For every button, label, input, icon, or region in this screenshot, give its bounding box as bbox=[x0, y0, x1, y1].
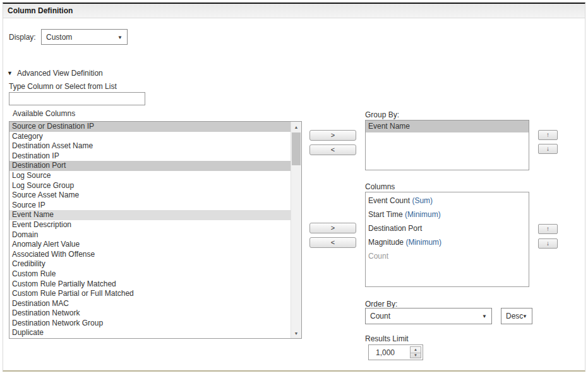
results-limit-label: Results Limit bbox=[365, 334, 409, 343]
order-by-select[interactable]: Count ▼ bbox=[365, 308, 492, 324]
available-column-option[interactable]: Anomaly Alert Value bbox=[9, 240, 291, 250]
available-columns-list[interactable]: ▲ ▼ Source or Destination IPCategoryDest… bbox=[9, 121, 302, 339]
available-column-option[interactable]: Custom Rule bbox=[9, 269, 291, 279]
scroll-down-icon[interactable]: ▼ bbox=[291, 328, 301, 338]
available-column-option[interactable]: Domain bbox=[9, 230, 291, 240]
column-option[interactable]: Magnitude (Minimum) bbox=[366, 234, 529, 248]
scrollbar[interactable]: ▲ ▼ bbox=[291, 122, 301, 338]
available-column-option[interactable]: Source IP bbox=[9, 201, 291, 211]
group-by-list[interactable]: Event Name bbox=[365, 120, 529, 170]
dropdown-arrow-icon: ▼ bbox=[482, 314, 487, 319]
group-by-move-up-button[interactable]: ↑ bbox=[538, 130, 558, 140]
panel-title: Column Definition bbox=[3, 4, 585, 18]
columns-list[interactable]: Event Count (Sum) Start Time (Minimum) D… bbox=[365, 192, 529, 287]
available-column-option[interactable]: Event Name bbox=[9, 210, 291, 220]
available-column-option[interactable]: Destination Network bbox=[9, 308, 291, 319]
add-to-group-by-button[interactable]: > bbox=[309, 130, 356, 141]
scroll-up-icon[interactable]: ▲ bbox=[291, 122, 301, 132]
results-limit-input[interactable] bbox=[369, 345, 407, 360]
dropdown-arrow-icon: ▼ bbox=[522, 314, 527, 319]
column-name: Destination Port bbox=[368, 224, 422, 233]
display-select[interactable]: Custom ▼ bbox=[41, 29, 128, 45]
available-column-option[interactable]: Destination Port bbox=[9, 161, 291, 171]
available-column-option[interactable]: Source or Destination IP bbox=[9, 122, 291, 132]
available-column-option[interactable]: Custom Rule Partially Matched bbox=[9, 279, 291, 290]
available-column-option[interactable]: Destination MAC bbox=[9, 299, 291, 309]
panel-body: Display: Custom ▼ ▼ Advanced View Defini… bbox=[3, 18, 585, 370]
available-column-option[interactable]: Destination Network Group bbox=[9, 319, 291, 329]
column-option[interactable]: Start Time (Minimum) bbox=[366, 206, 529, 220]
display-label: Display: bbox=[9, 33, 36, 42]
spin-up-icon[interactable]: ▲ bbox=[411, 347, 421, 353]
remove-from-columns-button[interactable]: < bbox=[309, 237, 356, 248]
page: Column Definition Display: Custom ▼ ▼ Ad… bbox=[0, 0, 588, 376]
available-column-option[interactable]: Associated With Offense bbox=[9, 250, 291, 260]
available-column-option[interactable]: Log Source Group bbox=[9, 181, 291, 191]
column-name: Start Time bbox=[368, 210, 403, 219]
column-aggregate[interactable]: (Minimum) bbox=[405, 238, 441, 247]
available-column-option[interactable]: Log Source bbox=[9, 171, 291, 181]
order-direction-select[interactable]: Desc ▼ bbox=[501, 308, 532, 324]
available-column-option[interactable]: Custom Rule Partial or Full Matched bbox=[9, 289, 291, 299]
type-column-label: Type Column or Select from List bbox=[9, 82, 117, 91]
available-column-option[interactable]: Destination Asset Name bbox=[9, 141, 291, 151]
column-option[interactable]: Event Count (Sum) bbox=[366, 192, 529, 206]
results-limit-spinner: ▲ ▼ bbox=[368, 344, 423, 360]
columns-move-down-button[interactable]: ↓ bbox=[538, 238, 558, 249]
column-option[interactable]: Count bbox=[366, 248, 529, 262]
column-option[interactable]: Destination Port bbox=[366, 220, 529, 234]
available-column-option[interactable]: Destination IP bbox=[9, 151, 291, 162]
dropdown-arrow-icon: ▼ bbox=[117, 34, 123, 40]
display-select-value: Custom bbox=[46, 33, 72, 42]
advanced-view-label: Advanced View Definition bbox=[17, 69, 103, 78]
remove-from-group-by-button[interactable]: < bbox=[309, 144, 356, 155]
group-by-label: Group By: bbox=[365, 110, 399, 119]
columns-label: Columns bbox=[365, 182, 395, 191]
spin-down-icon[interactable]: ▼ bbox=[411, 353, 421, 358]
available-column-option[interactable]: Duplicate bbox=[9, 328, 291, 338]
add-to-columns-button[interactable]: > bbox=[309, 223, 356, 233]
column-name: Magnitude bbox=[368, 238, 404, 247]
column-aggregate[interactable]: (Minimum) bbox=[405, 210, 441, 219]
column-name: Count bbox=[368, 252, 388, 261]
columns-move-up-button[interactable]: ↑ bbox=[538, 224, 558, 234]
spinner-buttons: ▲ ▼ bbox=[410, 346, 421, 358]
collapse-triangle-icon: ▼ bbox=[7, 70, 13, 76]
available-column-option[interactable]: Event Description bbox=[9, 220, 291, 230]
column-name: Event Count bbox=[368, 196, 410, 205]
advanced-view-toggle[interactable]: ▼ Advanced View Definition bbox=[7, 69, 103, 78]
order-by-label: Order By: bbox=[365, 300, 397, 308]
group-by-option[interactable]: Event Name bbox=[366, 120, 529, 132]
column-definition-panel: Column Definition Display: Custom ▼ ▼ Ad… bbox=[3, 3, 585, 372]
available-columns-label: Available Columns bbox=[13, 109, 75, 118]
order-direction-value: Desc bbox=[506, 312, 523, 320]
order-by-value: Count bbox=[370, 312, 390, 320]
group-by-move-down-button[interactable]: ↓ bbox=[538, 144, 558, 154]
type-column-input[interactable] bbox=[9, 92, 145, 105]
available-column-option[interactable]: Category bbox=[9, 132, 291, 142]
scrollbar-thumb[interactable] bbox=[292, 132, 301, 165]
available-column-option[interactable]: Credibility bbox=[9, 259, 291, 269]
column-aggregate[interactable]: (Sum) bbox=[412, 196, 433, 205]
available-column-option[interactable]: Source Asset Name bbox=[9, 191, 291, 201]
